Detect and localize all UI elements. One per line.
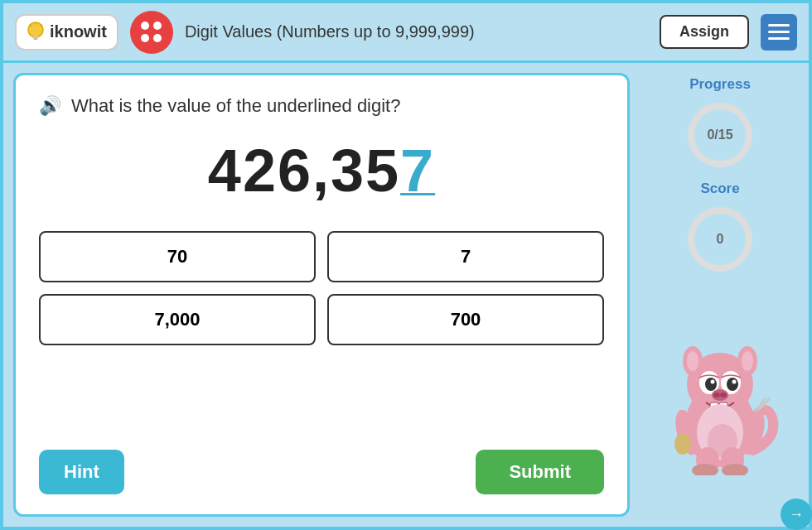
app-container: iknowit Digit Values (Numbers up to 9,99… [0,0,812,530]
svg-point-35 [674,433,691,455]
dice-dot [141,34,149,42]
hamburger-line [768,37,790,40]
svg-point-21 [732,380,737,384]
score-circle: 0 [683,202,757,277]
submit-button[interactable]: Submit [476,450,604,494]
mascot-icon [658,310,782,475]
svg-point-14 [687,351,698,371]
menu-button[interactable] [761,14,797,51]
hint-button[interactable]: Hint [39,450,124,494]
progress-label: Progress [689,76,751,93]
number-underlined-part: 7 [400,137,435,204]
question-text: What is the value of the underlined digi… [71,95,400,117]
mascot-area [654,293,786,475]
svg-point-24 [720,393,727,398]
header: iknowit Digit Values (Numbers up to 9,99… [3,3,809,63]
score-label: Score [700,181,739,197]
dice-icon [130,11,173,54]
next-arrow-icon: → [789,506,804,523]
dice-dot [141,22,149,30]
right-panel: Progress 0/15 Score 0 [641,73,799,517]
bottom-actions: Hint Submit [39,441,604,494]
svg-point-23 [713,393,720,398]
svg-point-18 [705,378,717,391]
dice-dot [153,22,162,30]
score-section: Score 0 [683,181,757,277]
progress-section: Progress 0/15 [683,76,757,172]
sound-icon[interactable]: 🔊 [39,95,61,117]
svg-point-19 [727,378,738,391]
svg-rect-2 [34,38,38,40]
logo: iknowit [15,14,118,51]
dice-dots [138,18,165,46]
hamburger-line [768,24,790,26]
score-value: 0 [717,232,724,247]
main-content: 🔊 What is the value of the underlined di… [3,63,809,527]
answer-option-1[interactable]: 7 [327,231,604,282]
progress-circle: 0/15 [683,98,757,172]
question-area: 🔊 What is the value of the underlined di… [39,95,604,117]
logo-text: iknowit [50,22,107,41]
next-arrow-button[interactable]: → [781,499,809,527]
header-title: Digit Values (Numbers up to 9,999,999) [185,22,648,41]
svg-line-5 [41,25,42,26]
logo-bulb-icon [27,21,45,44]
answer-option-0[interactable]: 70 [39,231,316,282]
svg-line-4 [30,25,31,26]
number-display: 426,357 [39,133,604,208]
assign-button[interactable]: Assign [660,15,749,49]
svg-point-15 [742,351,753,371]
progress-value: 0/15 [707,128,732,142]
answer-option-2[interactable]: 7,000 [39,294,316,345]
svg-point-20 [711,380,715,384]
hamburger-line [768,31,790,33]
answer-grid: 70 7 7,000 700 [39,231,604,345]
left-panel: 🔊 What is the value of the underlined di… [13,73,630,517]
dice-dot [153,34,162,42]
answer-option-3[interactable]: 700 [327,294,604,345]
number-normal-part: 426,35 [208,137,400,204]
